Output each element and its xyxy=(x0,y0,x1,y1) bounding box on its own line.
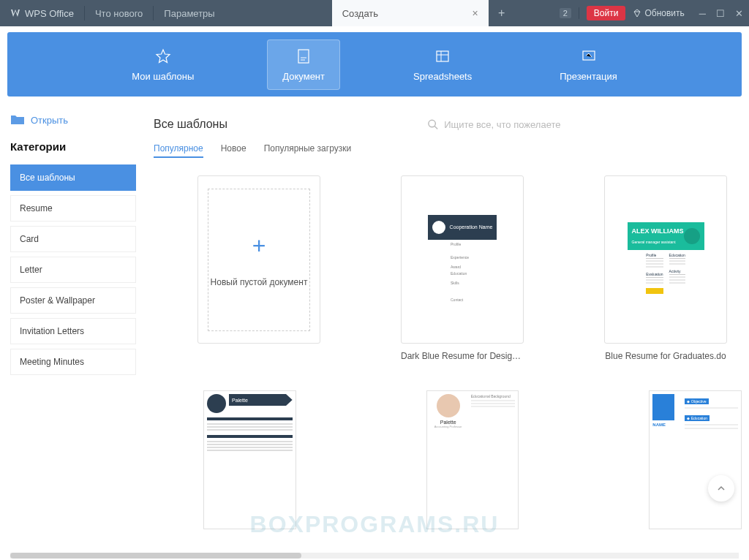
svg-rect-0 xyxy=(298,50,309,63)
folder-icon xyxy=(10,114,25,126)
document-icon xyxy=(295,48,312,65)
diamond-icon xyxy=(633,9,641,18)
tab-whats-new[interactable]: Что нового xyxy=(85,0,153,26)
categories-heading: Категории xyxy=(10,140,136,153)
app-name: WPS Office xyxy=(25,8,74,19)
category-invitation[interactable]: Invitation Letters xyxy=(10,318,136,344)
open-button[interactable]: Открыть xyxy=(10,114,136,126)
close-window-icon[interactable]: ✕ xyxy=(735,8,743,19)
spreadsheet-icon xyxy=(434,48,451,65)
content-title: Все шаблоны xyxy=(154,118,227,131)
separator xyxy=(579,7,579,19)
subtab-popular[interactable]: Популярное xyxy=(154,143,203,158)
login-button[interactable]: Войти xyxy=(587,6,626,20)
notification-badge[interactable]: 2 xyxy=(560,8,571,18)
template-card[interactable]: Palette xyxy=(203,390,296,529)
titlebar: WPS Office Что нового Параметры Создать … xyxy=(0,0,749,26)
search-box[interactable] xyxy=(420,114,742,135)
category-card[interactable]: Card xyxy=(10,226,136,252)
maximize-icon[interactable]: ☐ xyxy=(716,8,725,19)
subtab-popular-downloads[interactable]: Популярные загрузки xyxy=(264,143,352,158)
template-grid: + Новый пустой документ Cooperation Name… xyxy=(154,175,742,361)
main-area: Открыть Категории Все шаблоны Resume Car… xyxy=(0,102,749,560)
horizontal-scrollbar[interactable] xyxy=(10,553,739,559)
search-icon xyxy=(427,118,438,130)
minimize-icon[interactable]: ─ xyxy=(699,8,706,19)
chevron-up-icon xyxy=(716,483,726,493)
svg-rect-1 xyxy=(437,51,448,61)
scroll-top-button[interactable] xyxy=(708,475,734,502)
ribbon-my-templates[interactable]: Мои шаблоны xyxy=(117,40,208,89)
subtab-new[interactable]: Новое xyxy=(221,143,246,158)
presentation-icon xyxy=(580,48,598,65)
template-card[interactable]: PaletteAccounting Professor Educational … xyxy=(426,390,519,529)
ribbon-document[interactable]: Документ xyxy=(267,39,340,90)
tab-create[interactable]: Создать × xyxy=(332,0,489,26)
template-caption: Dark Blue Resume for Designe... xyxy=(401,351,524,361)
plus-icon: + xyxy=(498,7,505,20)
search-input[interactable] xyxy=(444,119,734,130)
svg-point-3 xyxy=(429,120,435,126)
template-card[interactable]: NAME ◆ Objective◆ Education xyxy=(649,390,742,529)
filter-tabs: Популярное Новое Популярные загрузки xyxy=(154,143,742,158)
star-icon xyxy=(154,48,172,65)
content-area: Все шаблоны Популярное Новое Популярные … xyxy=(146,102,749,560)
category-letter[interactable]: Letter xyxy=(10,257,136,283)
update-button[interactable]: Обновить xyxy=(633,8,684,18)
template-grid-row2: Palette PaletteAccounting Professor Educ… xyxy=(154,390,742,529)
sidebar: Открыть Категории Все шаблоны Resume Car… xyxy=(0,102,146,560)
category-resume[interactable]: Resume xyxy=(10,195,136,222)
category-all-templates[interactable]: Все шаблоны xyxy=(10,164,136,191)
new-tab-button[interactable]: + xyxy=(489,7,515,20)
close-icon[interactable]: × xyxy=(472,7,478,19)
category-meeting[interactable]: Meeting Minutes xyxy=(10,349,136,375)
tab-parameters[interactable]: Параметры xyxy=(154,0,331,26)
document-type-ribbon: Мои шаблоны Документ Spreadsheets Презен… xyxy=(7,32,742,97)
template-card[interactable]: ALEX WILLIAMSGeneral manager assistant P… xyxy=(604,175,727,361)
app-tab[interactable]: WPS Office xyxy=(0,0,84,26)
plus-icon: + xyxy=(252,232,266,260)
category-poster[interactable]: Poster & Wallpaper xyxy=(10,287,136,314)
ribbon-presentation[interactable]: Презентация xyxy=(545,40,632,89)
template-caption: Blue Resume for Graduates.do xyxy=(605,351,726,361)
wps-icon xyxy=(10,8,20,18)
new-blank-card[interactable]: + Новый пустой документ xyxy=(197,175,320,361)
template-card[interactable]: Cooperation Name Profile Experience Awar… xyxy=(401,175,524,361)
ribbon-spreadsheets[interactable]: Spreadsheets xyxy=(399,40,486,89)
